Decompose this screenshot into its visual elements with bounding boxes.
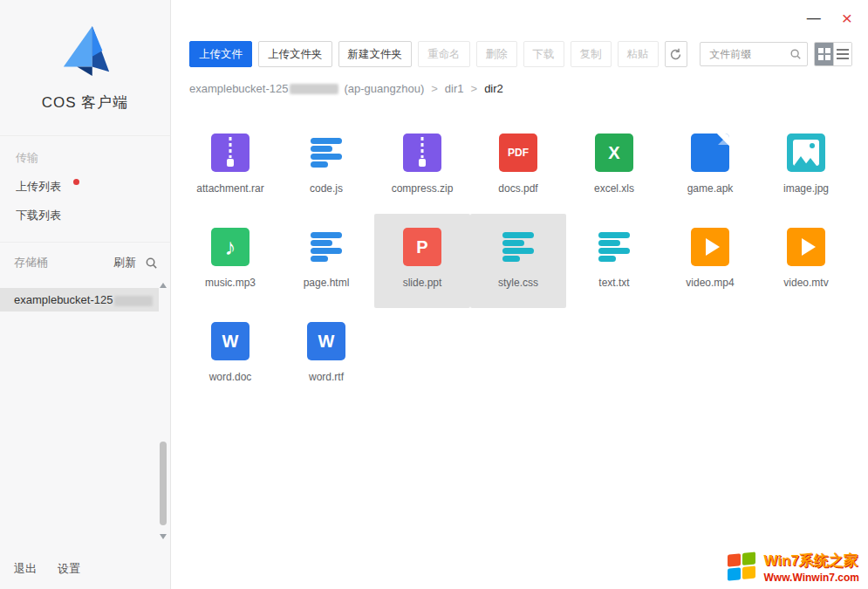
list-view-toggle[interactable]	[833, 43, 851, 65]
file-tile-slide.ppt[interactable]: Pslide.ppt	[374, 214, 470, 308]
ppt-file-icon: P	[403, 228, 441, 266]
sidebar-nav: 传输 上传列表 下载列表	[0, 135, 170, 229]
file-name-label: image.jpg	[783, 182, 829, 195]
app-logo	[0, 0, 170, 80]
file-name-label: video.mp4	[686, 277, 734, 289]
window-controls: — ×	[807, 9, 852, 27]
rar-archive-icon	[211, 134, 249, 172]
upload-folder-button[interactable]: 上传文件夹	[258, 41, 332, 67]
redacted-bucket-suffix	[114, 296, 153, 306]
download-button: 下载	[523, 41, 564, 67]
sidebar-item-transfer[interactable]: 传输	[0, 143, 170, 172]
logout-button[interactable]: 退出	[14, 561, 37, 577]
file-tile-video.mp4[interactable]: video.mp4	[662, 214, 758, 308]
zip-archive-icon	[403, 134, 441, 172]
file-name-label: word.doc	[209, 371, 252, 383]
file-name-label: excel.xls	[594, 182, 634, 195]
watermark-title: Win7系统之家	[764, 551, 859, 571]
file-prefix-search[interactable]	[700, 42, 808, 66]
file-grid: attachment.rarcode.jscompress.zipPDFdocs…	[182, 120, 868, 402]
minimize-button[interactable]: —	[807, 11, 821, 25]
grid-view-toggle[interactable]	[815, 43, 833, 65]
js-file-icon	[307, 134, 345, 172]
file-tile-text.txt[interactable]: text.txt	[566, 214, 662, 308]
file-tile-music.mp3[interactable]: ♪music.mp3	[182, 214, 278, 308]
scroll-up-icon[interactable]	[160, 283, 167, 288]
file-tile-game.apk[interactable]: game.apk	[662, 120, 758, 214]
paste-button: 粘贴	[618, 41, 659, 67]
file-tile-word.rtf[interactable]: Wword.rtf	[278, 308, 374, 402]
breadcrumb-path: >dir1>dir2	[424, 82, 503, 95]
upload-file-button[interactable]: 上传文件	[189, 41, 252, 67]
bucket-search-icon[interactable]	[145, 257, 158, 270]
file-tile-video.mtv[interactable]: video.mtv	[758, 214, 854, 308]
scrollbar-thumb[interactable]	[160, 442, 167, 525]
settings-button[interactable]: 设置	[58, 561, 80, 577]
cos-client-window: COS 客户端 传输 上传列表 下载列表 存储桶 刷新 examplebucke…	[0, 0, 868, 589]
file-name-label: page.html	[304, 277, 350, 289]
delete-button: 删除	[476, 41, 517, 67]
upload-list-label: 上传列表	[16, 180, 61, 193]
file-name-label: word.rtf	[309, 371, 344, 383]
file-name-label: video.mtv	[783, 277, 828, 289]
file-tile-style.css[interactable]: style.css	[470, 214, 566, 308]
excel-file-icon: X	[595, 134, 633, 172]
file-tile-docs.pdf[interactable]: PDFdocs.pdf	[470, 120, 566, 214]
storage-section-header: 存储桶 刷新	[0, 242, 170, 279]
file-tile-image.jpg[interactable]: image.jpg	[758, 120, 854, 214]
copy-button: 复制	[571, 41, 612, 67]
list-view-icon	[837, 49, 849, 59]
file-name-label: compress.zip	[392, 182, 454, 195]
file-name-label: game.apk	[687, 182, 734, 195]
pdf-file-icon: PDF	[499, 134, 537, 172]
file-name-label: music.mp3	[205, 277, 256, 289]
file-tile-word.doc[interactable]: Wword.doc	[182, 308, 278, 402]
file-tile-page.html[interactable]: page.html	[278, 214, 374, 308]
breadcrumb-dir-dir1[interactable]: dir1	[445, 82, 464, 95]
close-button[interactable]: ×	[842, 9, 852, 27]
cos-logo-icon	[55, 23, 116, 77]
watermark-url: Www.Winwin7.com	[764, 572, 859, 584]
redacted-bucket-suffix	[290, 84, 338, 94]
storage-label: 存储桶	[14, 255, 113, 271]
sidebar-scrollbar[interactable]	[159, 281, 168, 541]
bucket-name: examplebucket-125	[14, 293, 113, 306]
scroll-down-icon[interactable]	[160, 534, 167, 539]
new-folder-button[interactable]: 新建文件夹	[338, 41, 413, 67]
file-tile-compress.zip[interactable]: compress.zip	[374, 120, 470, 214]
html-file-icon	[307, 228, 345, 266]
file-tile-code.js[interactable]: code.js	[278, 120, 374, 214]
upload-activity-dot-icon	[73, 179, 79, 185]
refresh-button[interactable]	[665, 41, 688, 67]
search-icon[interactable]	[789, 48, 802, 60]
sidebar-item-upload-list[interactable]: 上传列表	[0, 172, 170, 201]
bucket-refresh-link[interactable]: 刷新	[113, 255, 136, 271]
win7-flag-icon	[728, 551, 757, 583]
file-tile-attachment.rar[interactable]: attachment.rar	[182, 120, 278, 214]
file-name-label: slide.ppt	[403, 277, 442, 289]
video-file-icon	[787, 228, 825, 266]
rename-button: 重命名	[418, 41, 470, 67]
breadcrumb-separator: >	[471, 82, 478, 95]
main-panel: — × 上传文件上传文件夹新建文件夹重命名删除下载复制粘贴	[172, 0, 868, 589]
search-input[interactable]	[707, 47, 789, 61]
file-name-label: text.txt	[598, 277, 629, 289]
transfer-label: 传输	[16, 151, 38, 164]
toolbar-button-group: 上传文件上传文件夹新建文件夹重命名删除下载复制粘贴	[189, 41, 659, 67]
view-toggle-group	[814, 42, 852, 66]
apk-file-icon	[691, 134, 729, 172]
bucket-list-item[interactable]: examplebucket-125	[0, 288, 159, 312]
file-tile-excel.xls[interactable]: Xexcel.xls	[566, 120, 662, 214]
word-file-icon: W	[211, 322, 249, 360]
breadcrumb-bucket[interactable]: examplebucket-125	[189, 82, 288, 95]
file-name-label: docs.pdf	[498, 182, 537, 195]
css-file-icon	[499, 228, 537, 266]
breadcrumb-region: (ap-guangzhou)	[344, 82, 424, 95]
app-title: COS 客户端	[0, 92, 170, 113]
video-file-icon	[691, 228, 729, 266]
music-file-icon: ♪	[211, 228, 249, 266]
word-file-icon: W	[307, 322, 345, 360]
sidebar-item-download-list[interactable]: 下载列表	[0, 201, 170, 229]
breadcrumb-separator: >	[431, 82, 438, 95]
file-name-label: code.js	[310, 182, 343, 195]
